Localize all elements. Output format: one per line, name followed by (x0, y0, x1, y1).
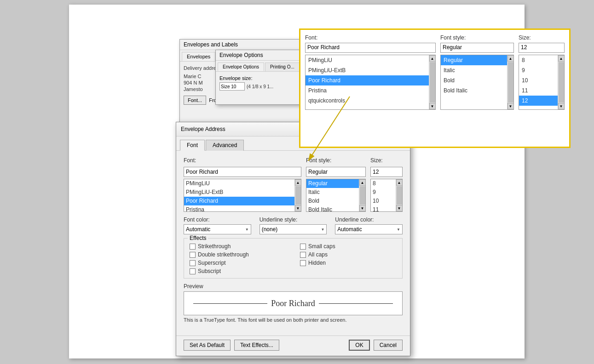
tab-envelope-options[interactable]: Envelope Options (218, 63, 264, 71)
subscript-row[interactable]: Subscript (190, 268, 286, 274)
zoom-size-scroll-thumb[interactable] (559, 62, 564, 102)
zoom-font-item-pmingLiU[interactable]: PMingLiU (306, 55, 435, 65)
style-item-regular[interactable]: Regular (306, 179, 365, 188)
zoom-font-scrollbar[interactable]: ▲ ▼ (429, 55, 435, 109)
font-item-pmingLiU[interactable]: PMingLiU (184, 179, 301, 188)
zoom-size-label: Size: (519, 34, 565, 41)
strikethrough-row[interactable]: Strikethrough (190, 243, 286, 250)
zoom-size-section: Size: 12 8 9 10 11 12 ▲ ▼ (519, 34, 565, 117)
font-scroll-up[interactable]: ▲ (295, 179, 301, 186)
style-scroll-thumb[interactable] (360, 186, 365, 205)
style-item-bold-italic[interactable]: Bold Italic (306, 205, 365, 212)
tab-advanced[interactable]: Advanced (206, 140, 244, 151)
zoom-style-input[interactable]: Regular (440, 43, 514, 53)
hidden-checkbox[interactable] (300, 260, 306, 266)
size-scroll-up[interactable]: ▲ (396, 179, 403, 186)
font-item-pristina[interactable]: Pristina (184, 205, 301, 212)
zoom-style-item-italic[interactable]: Italic (441, 65, 513, 75)
all-caps-label: All caps (308, 251, 328, 258)
preview-label: Preview (184, 283, 403, 290)
zoom-font-input[interactable]: Poor Richard (305, 43, 436, 53)
hidden-row[interactable]: Hidden (300, 260, 397, 266)
zoom-style-scroll-up[interactable]: ▲ (507, 55, 514, 62)
zoom-size-input[interactable]: 12 (519, 43, 565, 53)
zoom-font-item-pmingLiU-extB[interactable]: PMingLiU-ExtB (306, 65, 435, 75)
tab-font[interactable]: Font (180, 140, 205, 151)
set-as-default-button[interactable]: Set As Default (184, 340, 231, 351)
font-label: Font: (184, 157, 301, 164)
strikethrough-checkbox[interactable] (190, 244, 196, 250)
subscript-checkbox[interactable] (190, 268, 196, 274)
zoom-style-label: Font style: (440, 34, 514, 41)
small-caps-row[interactable]: Small caps (300, 243, 397, 250)
subscript-label: Subscript (198, 268, 221, 274)
zoom-font-item-pristina[interactable]: Pristina (306, 85, 435, 96)
zoom-font-label: Font: (305, 34, 436, 41)
zoom-style-list[interactable]: Regular Italic Bold Bold Italic ▲ ▼ (440, 55, 514, 110)
font-list[interactable]: PMingLiU PMingLiU-ExtB Poor Richard Pris… (184, 179, 301, 212)
effects-section: Effects Strikethrough Small caps Double … (184, 238, 403, 279)
text-effects-button[interactable]: Text Effects... (234, 340, 279, 351)
tab-envelopes[interactable]: Envelopes (182, 52, 215, 61)
style-item-bold[interactable]: Bold (306, 197, 365, 205)
zoom-font-list[interactable]: PMingLiU PMingLiU-ExtB Poor Richard Pris… (305, 55, 436, 110)
superscript-row[interactable]: Superscript (190, 260, 286, 266)
size-scroll-thumb[interactable] (397, 186, 402, 205)
zoom-font-item-poor-richard[interactable]: Poor Richard (306, 75, 435, 85)
tab-printing-options[interactable]: Printing O... (265, 63, 300, 71)
small-caps-checkbox[interactable] (300, 244, 306, 250)
font-input[interactable] (184, 167, 301, 177)
style-scroll-up[interactable]: ▲ (359, 179, 366, 186)
envelope-options-subdialog: Envelope Options Envelope Options Printi… (215, 50, 307, 105)
all-caps-checkbox[interactable] (300, 252, 306, 258)
size-label: Size: (370, 157, 403, 164)
zoom-size-scrollbar[interactable]: ▲ ▼ (558, 55, 564, 109)
style-list-scrollbar[interactable]: ▲ ▼ (359, 179, 365, 211)
underline-color-dropdown[interactable]: Automatic ▼ (335, 224, 403, 234)
preview-truetype: This is a TrueType font. This font will … (184, 317, 403, 323)
zoom-font-scroll-up[interactable]: ▲ (429, 55, 436, 62)
ok-button[interactable]: OK (349, 340, 369, 351)
all-caps-row[interactable]: All caps (300, 251, 397, 258)
double-strikethrough-row[interactable]: Double strikethrough (190, 251, 286, 258)
zoom-style-scrollbar[interactable]: ▲ ▼ (507, 55, 513, 109)
font-input-section (184, 167, 301, 177)
font-scroll-down[interactable]: ▼ (295, 205, 301, 211)
cancel-button[interactable]: Cancel (374, 340, 403, 351)
style-input[interactable] (306, 167, 366, 177)
zoom-style-scroll-thumb[interactable] (508, 62, 513, 102)
envelope-options-titlebar: Envelope Options (216, 50, 307, 61)
zoom-size-scroll-up[interactable]: ▲ (558, 55, 565, 62)
strikethrough-label: Strikethrough (198, 243, 231, 250)
style-scroll-down[interactable]: ▼ (359, 205, 366, 211)
font-scroll-thumb[interactable] (295, 186, 301, 205)
underline-style-dropdown[interactable]: (none) ▼ (260, 224, 327, 234)
font-list-scrollbar[interactable]: ▲ ▼ (294, 179, 301, 211)
zoom-font-scroll-thumb[interactable] (430, 62, 435, 102)
envelope-size-value[interactable]: Size 10 (219, 82, 245, 91)
double-strikethrough-checkbox[interactable] (190, 252, 196, 258)
font-item-poor-richard[interactable]: Poor Richard (184, 197, 301, 205)
zoom-style-scroll-down[interactable]: ▼ (507, 103, 514, 109)
zoom-size-scroll-down[interactable]: ▼ (558, 103, 565, 109)
size-list-scrollbar[interactable]: ▲ ▼ (396, 179, 402, 211)
properties-row: Font color: Automatic ▼ Underline style:… (184, 216, 403, 234)
style-item-italic[interactable]: Italic (306, 188, 365, 197)
zoom-size-list[interactable]: 8 9 10 11 12 ▲ ▼ (519, 55, 565, 110)
zoom-style-item-bold-italic[interactable]: Bold Italic (441, 85, 513, 96)
size-input[interactable] (370, 167, 403, 177)
font-color-dropdown[interactable]: Automatic ▼ (184, 224, 251, 234)
size-list[interactable]: 8 9 10 11 12 ▲ ▼ (370, 179, 403, 212)
zoom-font-section: Font: Poor Richard PMingLiU PMingLiU-Ext… (305, 34, 436, 117)
style-list[interactable]: Regular Italic Bold Bold Italic ▲ ▼ (306, 179, 366, 212)
superscript-checkbox[interactable] (190, 260, 196, 266)
zoom-font-scroll-down[interactable]: ▼ (429, 103, 436, 109)
zoom-font-item-qtquickcontrols[interactable]: qtquickcontrols (306, 96, 435, 106)
zoom-style-item-regular[interactable]: Regular (441, 55, 513, 65)
font-button[interactable]: Font... (184, 96, 206, 105)
font-color-label: Font color: (184, 216, 251, 223)
zoom-style-item-bold[interactable]: Bold (441, 75, 513, 85)
font-item-pmingLiU-extB[interactable]: PMingLiU-ExtB (184, 188, 301, 197)
font-inputs-row (184, 167, 403, 177)
size-scroll-down[interactable]: ▼ (396, 205, 403, 211)
